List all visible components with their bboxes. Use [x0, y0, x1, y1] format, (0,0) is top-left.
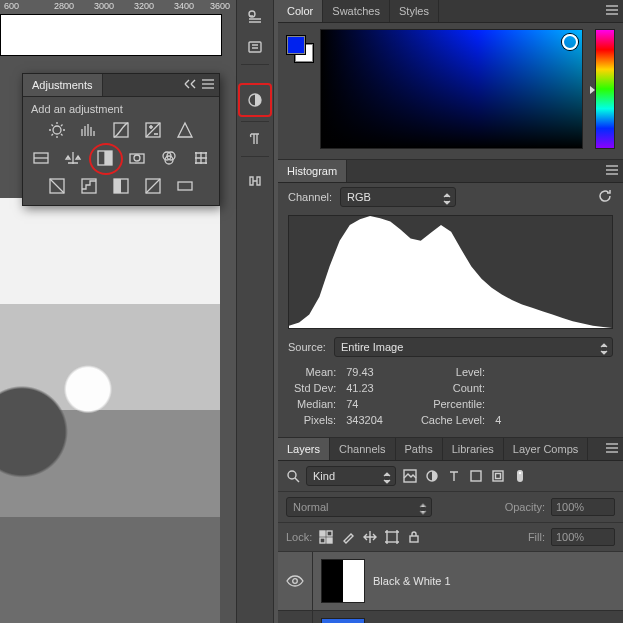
layer-row[interactable]: Black & White 1 [278, 552, 623, 611]
svg-rect-30 [105, 151, 112, 165]
filter-smart-icon[interactable] [490, 468, 506, 484]
ruler-tick: 3200 [134, 1, 154, 11]
select-value: Kind [313, 470, 335, 482]
adjustment-layer-thumb[interactable] [321, 559, 365, 603]
stat-value [491, 365, 505, 379]
filter-kind-select[interactable]: Kind [306, 466, 396, 486]
color-panel: Color Swatches Styles [278, 0, 623, 160]
tab-styles[interactable]: Styles [390, 0, 439, 22]
vibrance-icon[interactable] [174, 119, 196, 141]
curves-icon[interactable] [110, 119, 132, 141]
photo-filter-icon[interactable] [126, 147, 148, 169]
tab-label: Adjustments [32, 79, 93, 91]
blend-mode-select[interactable]: Normal [286, 497, 432, 517]
ruler-tick: 3000 [94, 1, 114, 11]
panel-menu-icon[interactable] [605, 442, 619, 454]
filter-pixel-icon[interactable] [402, 468, 418, 484]
opacity-input[interactable]: 100% [551, 498, 615, 516]
stat-key: Cache Level: [417, 413, 489, 427]
tab-color[interactable]: Color [278, 0, 323, 22]
svg-rect-21 [410, 536, 418, 542]
source-select[interactable]: Entire Image [334, 337, 613, 357]
stat-value: 4 [491, 413, 505, 427]
panel-menu-icon[interactable] [201, 78, 215, 90]
hue-slider[interactable] [595, 29, 615, 149]
layers-panel: Layers Channels Paths Libraries Layer Co… [278, 438, 623, 623]
foreground-color-swatch[interactable] [286, 35, 306, 55]
refresh-button[interactable] [597, 188, 613, 206]
collapse-icon[interactable] [183, 78, 197, 92]
adjustments-panel[interactable]: Adjustments Add an adjustment [22, 73, 220, 206]
svg-point-25 [53, 126, 61, 134]
channel-mixer-icon[interactable] [158, 147, 180, 169]
history-icon[interactable] [242, 34, 268, 60]
svg-rect-41 [178, 182, 192, 190]
paragraph-icon[interactable] [242, 126, 268, 152]
color-lookup-icon[interactable] [190, 147, 212, 169]
navigator-icon[interactable] [242, 4, 268, 30]
search-icon [286, 469, 300, 483]
hue-saturation-icon[interactable] [30, 147, 52, 169]
visibility-toggle[interactable] [278, 552, 313, 610]
panel-menu-icon[interactable] [605, 164, 619, 176]
lock-position-icon[interactable] [362, 529, 378, 545]
posterize-icon[interactable] [78, 175, 100, 197]
character-icon[interactable] [242, 167, 268, 193]
hue-slider-thumb[interactable] [590, 86, 595, 94]
adjustments-panel-icon[interactable] [238, 83, 272, 117]
open-document-top [0, 14, 222, 56]
lock-all-icon[interactable] [406, 529, 422, 545]
visibility-toggle[interactable] [278, 611, 313, 623]
lock-pixels-icon[interactable] [340, 529, 356, 545]
lock-artboard-icon[interactable] [384, 529, 400, 545]
tab-label: Paths [405, 443, 433, 455]
tab-histogram[interactable]: Histogram [278, 160, 347, 182]
threshold-icon[interactable] [110, 175, 132, 197]
lock-transparency-icon[interactable] [318, 529, 334, 545]
filter-adjust-icon[interactable] [424, 468, 440, 484]
stat-key: Mean: [290, 365, 340, 379]
panel-menu-icon[interactable] [605, 4, 619, 16]
filter-shape-icon[interactable] [468, 468, 484, 484]
tab-swatches[interactable]: Swatches [323, 0, 390, 22]
ruler-tick: 2800 [54, 1, 74, 11]
fg-bg-swatches[interactable] [286, 35, 312, 61]
exposure-icon[interactable] [142, 119, 164, 141]
color-balance-icon[interactable] [62, 147, 84, 169]
brightness-contrast-icon[interactable] [46, 119, 68, 141]
layer-row[interactable]: Background [278, 611, 623, 623]
selective-color-icon[interactable] [142, 175, 164, 197]
chevron-updown-icon [419, 501, 427, 519]
tab-channels[interactable]: Channels [330, 438, 395, 460]
tab-layers[interactable]: Layers [278, 438, 330, 460]
svg-rect-17 [327, 538, 332, 543]
fill-input[interactable]: 100% [551, 528, 615, 546]
color-field[interactable] [320, 29, 583, 149]
filter-toggle-switch[interactable] [512, 468, 528, 484]
fill-label: Fill: [528, 531, 545, 543]
stat-key: Std Dev: [290, 381, 340, 395]
input-value: 100% [556, 531, 584, 543]
svg-rect-39 [114, 179, 121, 193]
color-picker-ring[interactable] [562, 34, 578, 50]
stat-key: Level: [417, 365, 489, 379]
gradient-map-icon[interactable] [174, 175, 196, 197]
tab-layercomps[interactable]: Layer Comps [504, 438, 588, 460]
invert-icon[interactable] [46, 175, 68, 197]
pixel-layer-thumb[interactable] [321, 618, 365, 623]
ruler-tick: 3600 [210, 1, 230, 11]
stat-key: Percentile: [417, 397, 489, 411]
input-value: 100% [556, 501, 584, 513]
channel-select[interactable]: RGB [340, 187, 456, 207]
tab-adjustments[interactable]: Adjustments [23, 74, 103, 96]
tab-libraries[interactable]: Libraries [443, 438, 504, 460]
filter-type-icon[interactable] [446, 468, 462, 484]
select-value: Normal [293, 501, 328, 513]
svg-rect-18 [327, 531, 332, 536]
levels-icon[interactable] [78, 119, 100, 141]
black-white-icon[interactable] [94, 147, 116, 169]
tab-paths[interactable]: Paths [396, 438, 443, 460]
layer-name[interactable]: Black & White 1 [373, 575, 623, 587]
open-document-photo [0, 198, 220, 623]
stat-key: Count: [417, 381, 489, 395]
